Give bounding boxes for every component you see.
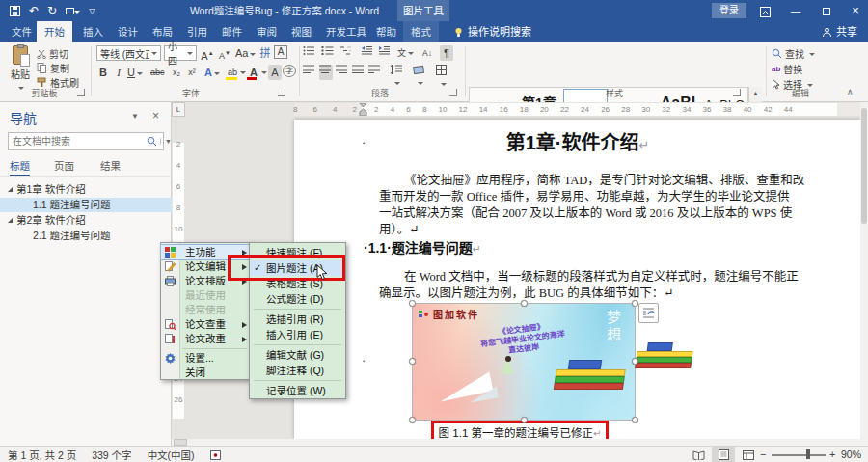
tab-developer[interactable]: 开发工具: [318, 21, 374, 42]
undo-icon[interactable]: ↶: [29, 4, 39, 17]
selection-handle[interactable]: [521, 417, 528, 423]
minimize-button[interactable]: —: [783, 0, 808, 21]
highlight-button[interactable]: ab: [226, 65, 239, 80]
selection-handle[interactable]: [632, 300, 638, 307]
find-button[interactable]: 查找: [772, 46, 815, 61]
close-button[interactable]: ×: [843, 0, 868, 21]
increase-indent-button[interactable]: [378, 45, 392, 61]
numbering-button[interactable]: [321, 45, 335, 61]
styles-dialog-launcher[interactable]: [733, 89, 741, 96]
macro-record-icon[interactable]: [210, 450, 221, 460]
bullets-button[interactable]: [303, 45, 316, 61]
superscript-button[interactable]: x²: [185, 65, 199, 80]
menu-item-rewrite[interactable]: 论文改重: [161, 332, 251, 346]
document-page[interactable]: · 第1章·软件介绍↵ 《论文抽屉》应用程序，简称 TAD，是专门针对论文编辑、…: [294, 120, 861, 439]
submenu-equation-caption[interactable]: 公式题注 (D): [250, 291, 345, 307]
read-mode-button[interactable]: [687, 447, 710, 462]
tell-me-search[interactable]: 操作说明搜索: [453, 21, 531, 42]
zoom-slider-track[interactable]: [772, 454, 826, 456]
font-color-button[interactable]: A: [247, 65, 260, 80]
word-count[interactable]: 339 个字: [92, 448, 131, 462]
shading-button[interactable]: [413, 65, 426, 80]
show-marks-button[interactable]: ¶: [440, 45, 453, 61]
nav-search-input[interactable]: [9, 136, 144, 147]
ribbon-display-options-icon[interactable]: [752, 0, 777, 21]
page-indicator[interactable]: 第 1 页, 共 2 页: [8, 448, 76, 462]
collapse-triangle-icon[interactable]: [8, 187, 13, 192]
tab-design[interactable]: 设计: [110, 21, 146, 42]
strikethrough-button[interactable]: abc: [150, 65, 165, 80]
collapse-ribbon-icon[interactable]: ∧: [847, 87, 854, 96]
menu-item-plagiarism-check[interactable]: 论文查重: [161, 317, 251, 332]
submenu-insert-reference[interactable]: 插入引用 (E): [250, 327, 345, 342]
cut-button[interactable]: 剪切: [37, 46, 68, 61]
nav-tab-pages[interactable]: 页面: [54, 158, 74, 173]
multilevel-list-button[interactable]: [339, 45, 353, 61]
enclose-characters-button[interactable]: 字: [283, 65, 296, 77]
touch-mode-icon[interactable]: [66, 5, 80, 16]
tab-stop-selector[interactable]: L: [172, 102, 185, 117]
nav-tab-results[interactable]: 结果: [100, 158, 121, 173]
font-size-combo[interactable]: 小四: [164, 45, 197, 61]
change-case-button[interactable]: Aa: [235, 45, 256, 61]
tab-view[interactable]: 视图: [284, 21, 319, 42]
web-layout-button[interactable]: [737, 447, 760, 462]
save-icon[interactable]: [10, 6, 20, 16]
selection-handle[interactable]: [632, 417, 638, 423]
align-left-button[interactable]: [303, 65, 316, 80]
selection-handle[interactable]: [632, 358, 638, 365]
tab-insert[interactable]: 插入: [75, 21, 111, 42]
italic-button[interactable]: I: [112, 65, 125, 80]
horizontal-scrollbar[interactable]: [172, 439, 868, 446]
selection-handle[interactable]: [409, 358, 416, 365]
customize-qat-icon[interactable]: ▽: [89, 7, 95, 15]
nav-search-box[interactable]: ▼: [8, 132, 164, 150]
sort-button[interactable]: A↓: [420, 45, 434, 61]
submenu-cross-reference[interactable]: 选插引用 (R): [250, 312, 345, 327]
bold-button[interactable]: B: [96, 65, 110, 80]
selection-handle[interactable]: [409, 300, 416, 307]
align-center-button[interactable]: [319, 65, 333, 80]
tab-format[interactable]: 格式: [403, 21, 439, 42]
tab-help[interactable]: 帮助: [368, 21, 404, 42]
underline-button[interactable]: U: [127, 65, 143, 80]
paragraph-dialog-launcher[interactable]: [449, 89, 457, 96]
indent-markers[interactable]: [359, 103, 367, 116]
nav-item-1-1[interactable]: 1.1 题注编号问题: [0, 198, 172, 212]
justify-button[interactable]: [352, 65, 366, 80]
text-effects-button[interactable]: A: [204, 65, 220, 80]
replace-button[interactable]: ab替换: [772, 62, 802, 76]
menu-item-settings[interactable]: 设置...: [161, 351, 251, 366]
subscript-button[interactable]: x₂: [170, 65, 183, 80]
submenu-edit-bibliography[interactable]: 编辑文献 (G): [250, 347, 345, 363]
borders-button[interactable]: [436, 65, 449, 80]
vertical-scrollbar-thumb[interactable]: [861, 108, 867, 224]
nav-item-chapter2[interactable]: 第2章 软件介绍: [0, 213, 172, 228]
nav-close-icon[interactable]: ×: [152, 109, 159, 122]
menu-item-close[interactable]: 关闭: [161, 366, 251, 380]
tab-home[interactable]: 开始: [37, 21, 72, 42]
share-button[interactable]: 共享: [822, 21, 857, 42]
distribute-button[interactable]: [368, 65, 382, 80]
language-indicator[interactable]: 中文(中国): [148, 448, 195, 462]
copy-button[interactable]: 复制: [37, 61, 69, 75]
tab-file[interactable]: 文件: [4, 21, 40, 42]
clipboard-dialog-launcher[interactable]: [77, 89, 85, 96]
align-right-button[interactable]: [336, 65, 349, 80]
asian-layout-button[interactable]: 文: [397, 45, 414, 61]
collapse-triangle-icon[interactable]: [8, 218, 13, 223]
zoom-in-button[interactable]: +: [829, 448, 835, 460]
paste-button[interactable]: 粘贴: [8, 45, 33, 86]
phonetic-guide-button[interactable]: 拼: [258, 45, 272, 61]
nav-item-chapter1[interactable]: 第1章 软件介绍: [0, 182, 172, 197]
submenu-record-position[interactable]: 记录位置 (W): [250, 383, 345, 398]
print-layout-button[interactable]: [712, 447, 735, 462]
submenu-footnote[interactable]: 脚注注释 (Q): [250, 363, 345, 378]
nav-search-icon[interactable]: [144, 136, 160, 147]
redo-icon[interactable]: ↻: [47, 4, 57, 17]
zoom-out-button[interactable]: −: [760, 448, 766, 460]
nav-options-icon[interactable]: ▼: [131, 112, 139, 121]
layout-options-button[interactable]: [638, 303, 659, 323]
sign-in-button[interactable]: 登录: [712, 3, 746, 18]
maximize-button[interactable]: [814, 0, 839, 21]
